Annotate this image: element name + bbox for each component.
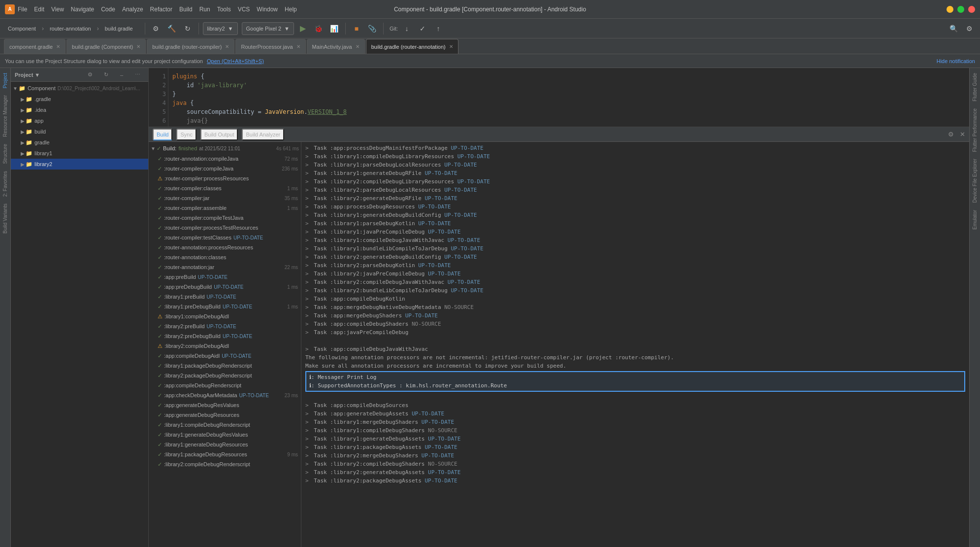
menu-tools[interactable]: Tools bbox=[217, 6, 231, 13]
right-panel-flutter-guide[interactable]: Flutter Guide bbox=[972, 70, 978, 104]
build-tree-item-9[interactable]: ✓ :router-annotation:processResources bbox=[149, 242, 301, 252]
tab-build-router-annotation[interactable]: build.gradle (router-annotation) ✕ bbox=[366, 39, 458, 54]
tab-build-router-compiler[interactable]: build.gradle (router-compiler) ✕ bbox=[147, 39, 234, 54]
build-tree-item-27[interactable]: ✓ :library1:compileDebugRenderscript bbox=[149, 420, 301, 430]
menu-vcs[interactable]: VCS bbox=[238, 6, 250, 13]
menu-file[interactable]: File bbox=[18, 6, 27, 13]
build-header-item[interactable]: ▼ ✓ Build: finished at 2021/5/22 11:01 4… bbox=[149, 143, 301, 154]
tree-collapse-icon[interactable]: – bbox=[115, 68, 129, 82]
menu-view[interactable]: View bbox=[51, 6, 64, 13]
build-tree-item-17[interactable]: ✓ :library2:preBuild UP-TO-DATE bbox=[149, 321, 301, 331]
tree-item-library1[interactable]: ▶ 📁 library1 bbox=[11, 148, 148, 159]
tab-close-1[interactable]: ✕ bbox=[136, 44, 140, 49]
tab-close-5[interactable]: ✕ bbox=[449, 44, 453, 49]
menu-analyze[interactable]: Analyze bbox=[122, 6, 143, 13]
hide-notification-button[interactable]: Hide notification bbox=[937, 58, 975, 64]
build-tree-item-10[interactable]: ✓ :router-annotation:classes bbox=[149, 252, 301, 262]
tab-main-activity[interactable]: MainActivity.java ✕ bbox=[307, 39, 365, 54]
build-tree-item-2[interactable]: ⚠ :router-compiler:processResources bbox=[149, 173, 301, 183]
left-panel-structure[interactable]: Structure bbox=[2, 141, 8, 167]
tree-item-library2[interactable]: ▶ 📁 library2 bbox=[11, 159, 148, 170]
build-icon[interactable]: 🔨 bbox=[165, 22, 179, 35]
breadcrumb-component[interactable]: Component bbox=[4, 22, 40, 35]
tab-component-gradle[interactable]: component.gradle ✕ bbox=[4, 39, 65, 54]
profile-button[interactable]: 📊 bbox=[327, 22, 341, 35]
build-tree-item-3[interactable]: ✓ :router-compiler:classes 1 ms bbox=[149, 183, 301, 193]
build-tree-item-20[interactable]: ✓ :app:compileDebugAidl UP-TO-DATE bbox=[149, 351, 301, 361]
tree-root-component[interactable]: ▼ 📁 Component D:\002_Project\002_Android… bbox=[11, 83, 148, 94]
build-tree-item-22[interactable]: ✓ :library2:packageDebugRenderscript bbox=[149, 371, 301, 380]
build-tree-item-6[interactable]: ✓ :router-compiler:compileTestJava bbox=[149, 213, 301, 223]
attach-button[interactable]: 📎 bbox=[365, 22, 379, 35]
build-tab-build[interactable]: Build bbox=[153, 129, 172, 140]
build-output[interactable]: > Task :app:processDebugMainifestForPack… bbox=[301, 142, 969, 547]
code-content[interactable]: plugins { id 'java-library' } java { sou… bbox=[168, 68, 969, 127]
build-settings-icon[interactable]: ⚙ bbox=[948, 131, 954, 138]
build-tree-item-30[interactable]: ✓ :library1:packageDebugResources 9 ms bbox=[149, 449, 301, 459]
notification-link[interactable]: Open (Ctrl+Alt+Shift+S) bbox=[207, 58, 264, 64]
tree-item-build[interactable]: ▶ 📁 build bbox=[11, 126, 148, 137]
build-tree-item-11[interactable]: ✓ :router-annotation:jar 22 ms bbox=[149, 262, 301, 272]
build-tree-item-28[interactable]: ✓ :library1:generateDebugResValues bbox=[149, 430, 301, 440]
menu-run[interactable]: Run bbox=[199, 6, 210, 13]
build-tree-item-15[interactable]: ✓ :library1:preDebugBuild UP-TO-DATE 1 m… bbox=[149, 302, 301, 311]
tab-close-4[interactable]: ✕ bbox=[356, 44, 359, 49]
git-update-button[interactable]: ↓ bbox=[400, 22, 414, 35]
build-tree-item-29[interactable]: ✓ :library1:generateDebugResources bbox=[149, 440, 301, 449]
build-tab-analyzer[interactable]: Build Analyzer bbox=[242, 129, 284, 140]
build-tree-item-12[interactable]: ✓ :app:preBuild UP-TO-DATE bbox=[149, 272, 301, 282]
tab-close-3[interactable]: ✕ bbox=[296, 44, 300, 49]
tree-settings-icon[interactable]: ⚙ bbox=[83, 68, 97, 82]
build-tree-item-5[interactable]: ✓ :router-compiler:assemble 1 ms bbox=[149, 203, 301, 213]
tab-build-component[interactable]: build.gradle (Component) ✕ bbox=[66, 39, 146, 54]
settings-icon[interactable]: ⚙ bbox=[149, 22, 163, 35]
breadcrumb-module[interactable]: router-annotation bbox=[46, 22, 95, 35]
tree-more-icon[interactable]: ⋯ bbox=[131, 68, 144, 82]
left-panel-resource-manager[interactable]: Resource Manager bbox=[2, 92, 8, 140]
tab-close-0[interactable]: ✕ bbox=[56, 44, 60, 49]
menu-help[interactable]: Help bbox=[285, 6, 297, 13]
build-tree-item-0[interactable]: ✓ :router-annotation:compileJava 72 ms bbox=[149, 154, 301, 164]
right-panel-device-explorer[interactable]: Device File Explorer bbox=[972, 156, 978, 205]
tab-router-processor[interactable]: RouterProcessor.java ✕ bbox=[235, 39, 305, 54]
tree-item-gradle2[interactable]: ▶ 📁 gradle bbox=[11, 137, 148, 148]
maximize-button[interactable]: □ bbox=[957, 6, 964, 13]
menu-window[interactable]: Window bbox=[257, 6, 278, 13]
device-dropdown[interactable]: Google Pixel 2 ▼ bbox=[242, 22, 294, 35]
run-button[interactable]: ▶ bbox=[296, 22, 310, 35]
left-panel-build-variants[interactable]: Build Variants bbox=[2, 201, 8, 237]
tab-close-2[interactable]: ✕ bbox=[225, 44, 229, 49]
minimize-button[interactable]: – bbox=[947, 6, 953, 13]
git-push-button[interactable]: ↑ bbox=[431, 22, 445, 35]
build-tree-item-26[interactable]: ✓ :app:generateDebugResources bbox=[149, 410, 301, 420]
search-everywhere-button[interactable]: 🔍 bbox=[947, 22, 960, 35]
menu-navigate[interactable]: Navigate bbox=[71, 6, 94, 13]
build-close-icon[interactable]: ✕ bbox=[960, 131, 965, 138]
left-panel-favorites[interactable]: 2: Favorites bbox=[2, 168, 8, 200]
tree-item-app[interactable]: ▶ 📁 app bbox=[11, 115, 148, 126]
menu-code[interactable]: Code bbox=[101, 6, 115, 13]
breadcrumb-file[interactable]: build.gradle bbox=[101, 22, 137, 35]
build-tree-item-21[interactable]: ✓ :library1:packageDebugRenderscript bbox=[149, 361, 301, 371]
right-panel-flutter-perf[interactable]: Flutter Performance bbox=[972, 105, 978, 155]
menu-build[interactable]: Build bbox=[179, 6, 193, 13]
build-tab-sync[interactable]: Sync bbox=[176, 129, 196, 140]
build-tree-item-4[interactable]: ✓ :router-compiler:jar 35 ms bbox=[149, 193, 301, 203]
menu-refactor[interactable]: Refactor bbox=[150, 6, 172, 13]
build-tree-item-8[interactable]: ✓ :router-compiler:testClasses UP-TO-DAT… bbox=[149, 233, 301, 242]
right-panel-emulator[interactable]: Emulator bbox=[972, 207, 978, 233]
build-tree-item-16[interactable]: ⚠ :library1:compileDebugAidl bbox=[149, 311, 301, 321]
tree-item-idea[interactable]: ▶ 📁 .idea bbox=[11, 104, 148, 115]
menu-edit[interactable]: Edit bbox=[34, 6, 44, 13]
close-button[interactable]: ✕ bbox=[968, 6, 975, 13]
tree-item-gradle[interactable]: ▶ 📁 .gradle bbox=[11, 94, 148, 104]
git-commit-button[interactable]: ✓ bbox=[416, 22, 429, 35]
tree-sync-icon[interactable]: ↻ bbox=[99, 68, 113, 82]
build-tree-item-1[interactable]: ✓ :router-compiler:compileJava 236 ms bbox=[149, 164, 301, 173]
stop-button[interactable]: ■ bbox=[350, 22, 363, 35]
build-tree-item-14[interactable]: ✓ :library1:preBuild UP-TO-DATE bbox=[149, 292, 301, 302]
build-tree-item-24[interactable]: ✓ :app:checkDebugAarMetadata UP-TO-DATE … bbox=[149, 390, 301, 400]
build-tree-item-13[interactable]: ✓ :app:preDebugBuild UP-TO-DATE 1 ms bbox=[149, 282, 301, 292]
build-tree-item-23[interactable]: ✓ :app:compileDebugRenderscript bbox=[149, 380, 301, 390]
sync-icon[interactable]: ↻ bbox=[181, 22, 195, 35]
